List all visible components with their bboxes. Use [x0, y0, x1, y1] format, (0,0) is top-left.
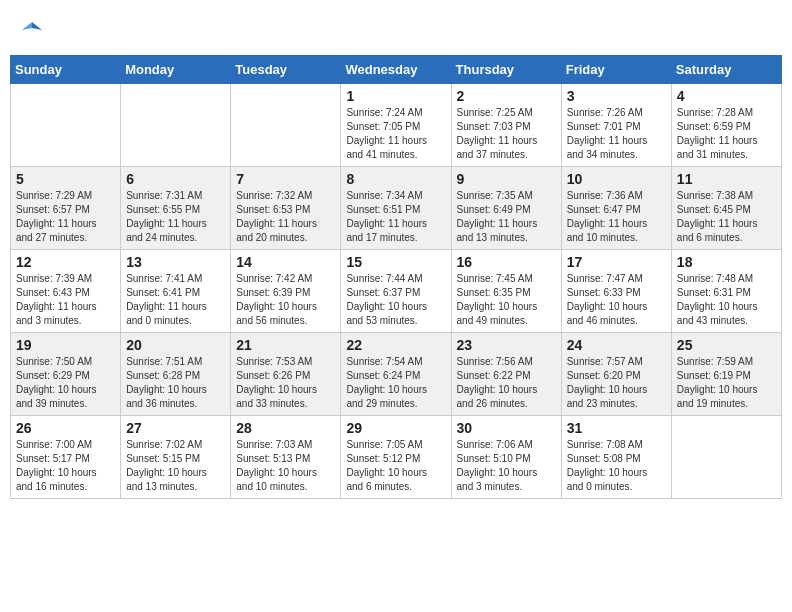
calendar-cell: 2Sunrise: 7:25 AMSunset: 7:03 PMDaylight…	[451, 84, 561, 167]
day-number: 22	[346, 337, 445, 353]
day-info: Sunrise: 7:59 AMSunset: 6:19 PMDaylight:…	[677, 355, 776, 411]
calendar-cell: 29Sunrise: 7:05 AMSunset: 5:12 PMDayligh…	[341, 416, 451, 499]
day-number: 31	[567, 420, 666, 436]
day-info: Sunrise: 7:42 AMSunset: 6:39 PMDaylight:…	[236, 272, 335, 328]
day-number: 27	[126, 420, 225, 436]
calendar-cell: 15Sunrise: 7:44 AMSunset: 6:37 PMDayligh…	[341, 250, 451, 333]
calendar-cell: 18Sunrise: 7:48 AMSunset: 6:31 PMDayligh…	[671, 250, 781, 333]
calendar-cell	[11, 84, 121, 167]
logo-text	[20, 20, 42, 45]
logo	[20, 20, 42, 45]
col-header-wednesday: Wednesday	[341, 56, 451, 84]
calendar-cell: 14Sunrise: 7:42 AMSunset: 6:39 PMDayligh…	[231, 250, 341, 333]
calendar-cell: 6Sunrise: 7:31 AMSunset: 6:55 PMDaylight…	[121, 167, 231, 250]
day-info: Sunrise: 7:08 AMSunset: 5:08 PMDaylight:…	[567, 438, 666, 494]
day-info: Sunrise: 7:36 AMSunset: 6:47 PMDaylight:…	[567, 189, 666, 245]
day-number: 3	[567, 88, 666, 104]
col-header-saturday: Saturday	[671, 56, 781, 84]
calendar-cell: 19Sunrise: 7:50 AMSunset: 6:29 PMDayligh…	[11, 333, 121, 416]
day-info: Sunrise: 7:29 AMSunset: 6:57 PMDaylight:…	[16, 189, 115, 245]
calendar-cell: 21Sunrise: 7:53 AMSunset: 6:26 PMDayligh…	[231, 333, 341, 416]
day-number: 9	[457, 171, 556, 187]
calendar-week-row: 19Sunrise: 7:50 AMSunset: 6:29 PMDayligh…	[11, 333, 782, 416]
day-info: Sunrise: 7:32 AMSunset: 6:53 PMDaylight:…	[236, 189, 335, 245]
day-number: 7	[236, 171, 335, 187]
day-info: Sunrise: 7:03 AMSunset: 5:13 PMDaylight:…	[236, 438, 335, 494]
calendar-cell: 20Sunrise: 7:51 AMSunset: 6:28 PMDayligh…	[121, 333, 231, 416]
calendar-cell: 13Sunrise: 7:41 AMSunset: 6:41 PMDayligh…	[121, 250, 231, 333]
day-number: 16	[457, 254, 556, 270]
day-number: 17	[567, 254, 666, 270]
day-number: 6	[126, 171, 225, 187]
day-number: 28	[236, 420, 335, 436]
day-number: 18	[677, 254, 776, 270]
day-number: 30	[457, 420, 556, 436]
calendar-cell: 9Sunrise: 7:35 AMSunset: 6:49 PMDaylight…	[451, 167, 561, 250]
col-header-sunday: Sunday	[11, 56, 121, 84]
day-info: Sunrise: 7:57 AMSunset: 6:20 PMDaylight:…	[567, 355, 666, 411]
col-header-monday: Monday	[121, 56, 231, 84]
day-info: Sunrise: 7:34 AMSunset: 6:51 PMDaylight:…	[346, 189, 445, 245]
day-info: Sunrise: 7:05 AMSunset: 5:12 PMDaylight:…	[346, 438, 445, 494]
day-info: Sunrise: 7:24 AMSunset: 7:05 PMDaylight:…	[346, 106, 445, 162]
calendar-cell: 3Sunrise: 7:26 AMSunset: 7:01 PMDaylight…	[561, 84, 671, 167]
calendar-week-row: 12Sunrise: 7:39 AMSunset: 6:43 PMDayligh…	[11, 250, 782, 333]
page-header	[10, 10, 782, 50]
calendar-cell: 26Sunrise: 7:00 AMSunset: 5:17 PMDayligh…	[11, 416, 121, 499]
calendar-header-row: SundayMondayTuesdayWednesdayThursdayFrid…	[11, 56, 782, 84]
day-info: Sunrise: 7:45 AMSunset: 6:35 PMDaylight:…	[457, 272, 556, 328]
calendar-cell: 5Sunrise: 7:29 AMSunset: 6:57 PMDaylight…	[11, 167, 121, 250]
day-info: Sunrise: 7:47 AMSunset: 6:33 PMDaylight:…	[567, 272, 666, 328]
calendar-cell: 25Sunrise: 7:59 AMSunset: 6:19 PMDayligh…	[671, 333, 781, 416]
day-number: 13	[126, 254, 225, 270]
day-number: 1	[346, 88, 445, 104]
calendar-cell: 24Sunrise: 7:57 AMSunset: 6:20 PMDayligh…	[561, 333, 671, 416]
svg-marker-0	[32, 22, 42, 30]
day-info: Sunrise: 7:06 AMSunset: 5:10 PMDaylight:…	[457, 438, 556, 494]
day-info: Sunrise: 7:28 AMSunset: 6:59 PMDaylight:…	[677, 106, 776, 162]
calendar-cell: 30Sunrise: 7:06 AMSunset: 5:10 PMDayligh…	[451, 416, 561, 499]
svg-marker-1	[22, 22, 32, 30]
day-info: Sunrise: 7:00 AMSunset: 5:17 PMDaylight:…	[16, 438, 115, 494]
day-info: Sunrise: 7:48 AMSunset: 6:31 PMDaylight:…	[677, 272, 776, 328]
day-info: Sunrise: 7:53 AMSunset: 6:26 PMDaylight:…	[236, 355, 335, 411]
calendar-table: SundayMondayTuesdayWednesdayThursdayFrid…	[10, 55, 782, 499]
day-number: 15	[346, 254, 445, 270]
calendar-cell: 8Sunrise: 7:34 AMSunset: 6:51 PMDaylight…	[341, 167, 451, 250]
day-info: Sunrise: 7:54 AMSunset: 6:24 PMDaylight:…	[346, 355, 445, 411]
day-number: 29	[346, 420, 445, 436]
day-number: 21	[236, 337, 335, 353]
calendar-cell: 17Sunrise: 7:47 AMSunset: 6:33 PMDayligh…	[561, 250, 671, 333]
calendar-cell: 27Sunrise: 7:02 AMSunset: 5:15 PMDayligh…	[121, 416, 231, 499]
logo-bird-icon	[22, 20, 42, 40]
day-number: 19	[16, 337, 115, 353]
col-header-thursday: Thursday	[451, 56, 561, 84]
calendar-cell: 12Sunrise: 7:39 AMSunset: 6:43 PMDayligh…	[11, 250, 121, 333]
calendar-week-row: 26Sunrise: 7:00 AMSunset: 5:17 PMDayligh…	[11, 416, 782, 499]
calendar-cell: 28Sunrise: 7:03 AMSunset: 5:13 PMDayligh…	[231, 416, 341, 499]
calendar-cell: 10Sunrise: 7:36 AMSunset: 6:47 PMDayligh…	[561, 167, 671, 250]
calendar-cell	[121, 84, 231, 167]
day-info: Sunrise: 7:26 AMSunset: 7:01 PMDaylight:…	[567, 106, 666, 162]
day-number: 4	[677, 88, 776, 104]
calendar-cell: 1Sunrise: 7:24 AMSunset: 7:05 PMDaylight…	[341, 84, 451, 167]
calendar-week-row: 1Sunrise: 7:24 AMSunset: 7:05 PMDaylight…	[11, 84, 782, 167]
day-number: 12	[16, 254, 115, 270]
calendar-cell: 16Sunrise: 7:45 AMSunset: 6:35 PMDayligh…	[451, 250, 561, 333]
calendar-cell	[231, 84, 341, 167]
day-info: Sunrise: 7:35 AMSunset: 6:49 PMDaylight:…	[457, 189, 556, 245]
day-number: 5	[16, 171, 115, 187]
day-number: 2	[457, 88, 556, 104]
day-info: Sunrise: 7:44 AMSunset: 6:37 PMDaylight:…	[346, 272, 445, 328]
day-number: 23	[457, 337, 556, 353]
day-number: 20	[126, 337, 225, 353]
calendar-cell: 22Sunrise: 7:54 AMSunset: 6:24 PMDayligh…	[341, 333, 451, 416]
day-info: Sunrise: 7:41 AMSunset: 6:41 PMDaylight:…	[126, 272, 225, 328]
col-header-friday: Friday	[561, 56, 671, 84]
day-info: Sunrise: 7:38 AMSunset: 6:45 PMDaylight:…	[677, 189, 776, 245]
day-number: 25	[677, 337, 776, 353]
day-number: 10	[567, 171, 666, 187]
day-info: Sunrise: 7:31 AMSunset: 6:55 PMDaylight:…	[126, 189, 225, 245]
day-info: Sunrise: 7:25 AMSunset: 7:03 PMDaylight:…	[457, 106, 556, 162]
day-info: Sunrise: 7:51 AMSunset: 6:28 PMDaylight:…	[126, 355, 225, 411]
